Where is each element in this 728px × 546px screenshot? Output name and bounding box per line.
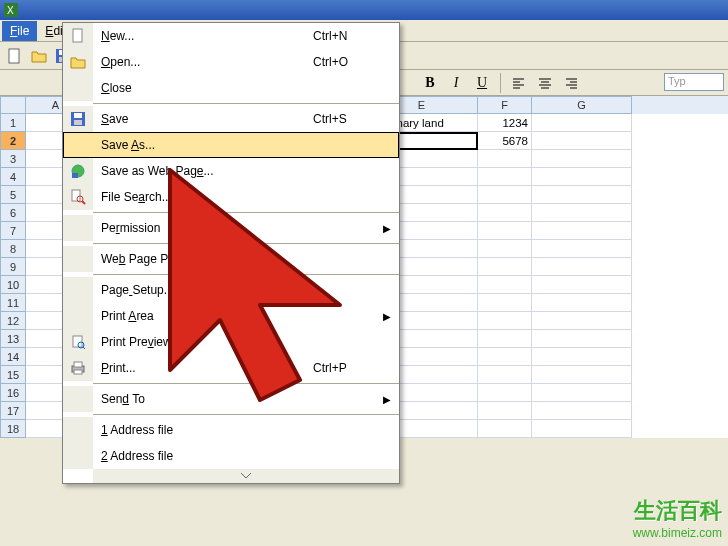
cell-F10[interactable] bbox=[478, 276, 532, 294]
blank-icon bbox=[63, 277, 93, 303]
italic-button[interactable]: I bbox=[446, 73, 466, 93]
new-doc-icon[interactable] bbox=[4, 45, 26, 67]
svg-text:X: X bbox=[7, 5, 14, 16]
underline-button[interactable]: U bbox=[472, 73, 492, 93]
row-header-8[interactable]: 8 bbox=[0, 240, 26, 258]
cell-G2[interactable] bbox=[532, 132, 632, 150]
menu-item-open[interactable]: Open...Ctrl+O bbox=[63, 49, 399, 75]
cell-G18[interactable] bbox=[532, 420, 632, 438]
cell-G11[interactable] bbox=[532, 294, 632, 312]
menu-expand-chevron[interactable] bbox=[93, 469, 399, 483]
menu-file[interactable]: File bbox=[2, 21, 37, 41]
row-header-1[interactable]: 1 bbox=[0, 114, 26, 132]
cell-G5[interactable] bbox=[532, 186, 632, 204]
align-right-icon[interactable] bbox=[561, 73, 581, 93]
cell-F2[interactable]: 5678 bbox=[478, 132, 532, 150]
open-folder-icon[interactable] bbox=[28, 45, 50, 67]
cell-F12[interactable] bbox=[478, 312, 532, 330]
cell-F1[interactable]: 1234 bbox=[478, 114, 532, 132]
menu-item-save-as-web-page[interactable]: Save as Web Page... bbox=[63, 158, 399, 184]
cell-G17[interactable] bbox=[532, 402, 632, 420]
bold-button[interactable]: B bbox=[420, 73, 440, 93]
cell-G14[interactable] bbox=[532, 348, 632, 366]
cell-G9[interactable] bbox=[532, 258, 632, 276]
cell-F17[interactable] bbox=[478, 402, 532, 420]
cell-F4[interactable] bbox=[478, 168, 532, 186]
menu-item-shortcut: Ctrl+S bbox=[313, 112, 383, 126]
menu-item-close[interactable]: Close bbox=[63, 75, 399, 101]
row-header-11[interactable]: 11 bbox=[0, 294, 26, 312]
column-header-F[interactable]: F bbox=[478, 96, 532, 114]
row-header-18[interactable]: 18 bbox=[0, 420, 26, 438]
cell-F18[interactable] bbox=[478, 420, 532, 438]
cell-F11[interactable] bbox=[478, 294, 532, 312]
menu-item-label: Open... bbox=[93, 55, 313, 69]
cell-F16[interactable] bbox=[478, 384, 532, 402]
column-header-G[interactable]: G bbox=[532, 96, 632, 114]
cell-G6[interactable] bbox=[532, 204, 632, 222]
cell-G7[interactable] bbox=[532, 222, 632, 240]
menu-item-permission[interactable]: Permission▶ bbox=[63, 215, 399, 241]
cell-F8[interactable] bbox=[478, 240, 532, 258]
cell-G1[interactable] bbox=[532, 114, 632, 132]
row-header-14[interactable]: 14 bbox=[0, 348, 26, 366]
menu-item-label: Print... bbox=[93, 361, 313, 375]
cell-F5[interactable] bbox=[478, 186, 532, 204]
row-header-7[interactable]: 7 bbox=[0, 222, 26, 240]
cell-F15[interactable] bbox=[478, 366, 532, 384]
align-left-icon[interactable] bbox=[509, 73, 529, 93]
menu-item-file-search[interactable]: File Search... bbox=[63, 184, 399, 210]
cell-G8[interactable] bbox=[532, 240, 632, 258]
menu-item-page-setup[interactable]: Page Setup... bbox=[63, 277, 399, 303]
row-header-10[interactable]: 10 bbox=[0, 276, 26, 294]
row-header-6[interactable]: 6 bbox=[0, 204, 26, 222]
type-question-box[interactable]: Typ bbox=[664, 73, 724, 91]
menu-item-send-to[interactable]: Send To▶ bbox=[63, 386, 399, 412]
row-header-17[interactable]: 17 bbox=[0, 402, 26, 420]
menu-item-print-area[interactable]: Print Area▶ bbox=[63, 303, 399, 329]
submenu-arrow-icon: ▶ bbox=[383, 311, 399, 322]
row-header-15[interactable]: 15 bbox=[0, 366, 26, 384]
cell-F7[interactable] bbox=[478, 222, 532, 240]
cell-G3[interactable] bbox=[532, 150, 632, 168]
row-header-9[interactable]: 9 bbox=[0, 258, 26, 276]
cell-G4[interactable] bbox=[532, 168, 632, 186]
menu-item-save[interactable]: SaveCtrl+S bbox=[63, 106, 399, 132]
cell-F9[interactable] bbox=[478, 258, 532, 276]
row-header-3[interactable]: 3 bbox=[0, 150, 26, 168]
menu-item-web-page-preview[interactable]: Web Page Preview bbox=[63, 246, 399, 272]
menu-item-label: Page Setup... bbox=[93, 283, 313, 297]
menu-item-label: Save as Web Page... bbox=[93, 164, 313, 178]
row-header-4[interactable]: 4 bbox=[0, 168, 26, 186]
menu-item-1-address-file[interactable]: 1 Address file bbox=[63, 417, 399, 443]
svg-line-13 bbox=[83, 347, 85, 349]
svg-rect-16 bbox=[74, 370, 82, 374]
menu-item-shortcut: Ctrl+N bbox=[313, 29, 383, 43]
cell-G13[interactable] bbox=[532, 330, 632, 348]
cell-G10[interactable] bbox=[532, 276, 632, 294]
menu-separator bbox=[93, 274, 399, 275]
menu-item-label: Close bbox=[93, 81, 313, 95]
row-header-16[interactable]: 16 bbox=[0, 384, 26, 402]
align-center-icon[interactable] bbox=[535, 73, 555, 93]
menu-item-save-as[interactable]: Save As... bbox=[63, 132, 399, 158]
new-doc-icon bbox=[63, 23, 93, 49]
row-header-5[interactable]: 5 bbox=[0, 186, 26, 204]
menu-item-label: Save bbox=[93, 112, 313, 126]
menu-item-new[interactable]: New...Ctrl+N bbox=[63, 23, 399, 49]
menu-item-print[interactable]: Print...Ctrl+P bbox=[63, 355, 399, 381]
cell-F14[interactable] bbox=[478, 348, 532, 366]
blank-icon bbox=[63, 303, 93, 329]
row-header-13[interactable]: 13 bbox=[0, 330, 26, 348]
cell-G16[interactable] bbox=[532, 384, 632, 402]
menu-item-2-address-file[interactable]: 2 Address file bbox=[63, 443, 399, 469]
menu-item-print-preview[interactable]: Print Preview bbox=[63, 329, 399, 355]
cell-F3[interactable] bbox=[478, 150, 532, 168]
row-header-2[interactable]: 2 bbox=[0, 132, 26, 150]
cell-F13[interactable] bbox=[478, 330, 532, 348]
select-all-corner[interactable] bbox=[0, 96, 26, 114]
cell-G12[interactable] bbox=[532, 312, 632, 330]
cell-F6[interactable] bbox=[478, 204, 532, 222]
row-header-12[interactable]: 12 bbox=[0, 312, 26, 330]
cell-G15[interactable] bbox=[532, 366, 632, 384]
